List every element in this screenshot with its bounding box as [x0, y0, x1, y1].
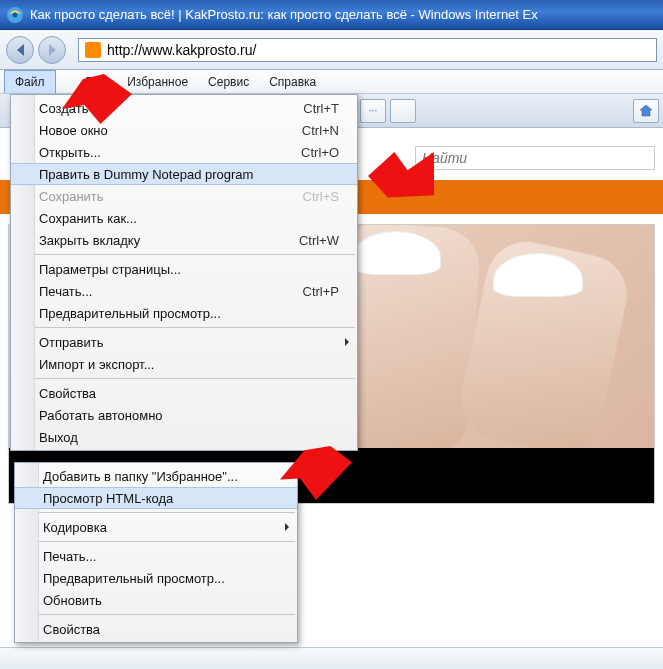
context-menu-separator [17, 512, 295, 513]
back-button[interactable] [6, 36, 34, 64]
file-menu-item[interactable]: Сохранить как... [11, 207, 357, 229]
file-menu-item[interactable]: Отправить [11, 331, 357, 353]
file-menu-dropdown: Создать вкCtrl+TНовое окноCtrl+NОткрыть.… [10, 94, 358, 451]
menu-item-label: Параметры страницы... [39, 262, 181, 277]
menu-item-shortcut: Ctrl+P [303, 284, 339, 299]
file-menu-separator [13, 254, 355, 255]
menu-item-label: Добавить в папку "Избранное"... [43, 469, 238, 484]
menu-file[interactable]: Файл [4, 70, 56, 93]
menu-item-shortcut: Ctrl+N [302, 123, 339, 138]
file-menu-item[interactable]: Открыть...Ctrl+O [11, 141, 357, 163]
menu-item-label: Работать автономно [39, 408, 163, 423]
window-title: Как просто сделать всё! | KakProsto.ru: … [30, 7, 538, 22]
nav-toolbar: http://www.kakprosto.ru/ [0, 30, 663, 70]
file-menu-item[interactable]: Выход [11, 426, 357, 448]
title-bar: Как просто сделать всё! | KakProsto.ru: … [0, 0, 663, 30]
menu-item-label: Сохранить как... [39, 211, 137, 226]
file-menu-item[interactable]: Закрыть вкладкуCtrl+W [11, 229, 357, 251]
menu-item-label: Предварительный просмотр... [43, 571, 225, 586]
menu-item-label: Печать... [39, 284, 92, 299]
file-menu-item[interactable]: Предварительный просмотр... [11, 302, 357, 324]
file-menu-item[interactable]: Печать...Ctrl+P [11, 280, 357, 302]
context-menu-item[interactable]: Просмотр HTML-кода [15, 487, 297, 509]
ie-icon [6, 6, 24, 24]
svg-point-1 [13, 12, 18, 17]
menu-item-shortcut: Ctrl+S [303, 189, 339, 204]
chevron-right-icon [345, 338, 349, 346]
menu-item-label: Править в Dummy Notepad program [39, 167, 253, 182]
menu-item-label: Отправить [39, 335, 103, 350]
menu-item-label: Выход [39, 430, 78, 445]
menu-item-label: Импорт и экспорт... [39, 357, 154, 372]
context-menu-item[interactable]: Обновить [15, 589, 297, 611]
site-icon [85, 42, 101, 58]
file-menu-item[interactable]: Работать автономно [11, 404, 357, 426]
menu-item-shortcut: Ctrl+T [303, 101, 339, 116]
forward-button[interactable] [38, 36, 66, 64]
menu-item-label: Свойства [43, 622, 100, 637]
context-menu-item[interactable]: Печать... [15, 545, 297, 567]
menu-item-label: Открыть... [39, 145, 101, 160]
file-menu-item[interactable]: Параметры страницы... [11, 258, 357, 280]
file-menu-separator [13, 378, 355, 379]
menu-tools[interactable]: Сервис [198, 70, 259, 93]
menu-item-label: Сохранить [39, 189, 104, 204]
menu-item-label: Обновить [43, 593, 102, 608]
blank-tab-button[interactable] [390, 99, 416, 123]
context-menu-item[interactable]: Свойства [15, 618, 297, 640]
file-menu-item[interactable]: Свойства [11, 382, 357, 404]
menu-help[interactable]: Справка [259, 70, 326, 93]
file-menu-item[interactable]: Править в Dummy Notepad program [11, 163, 357, 185]
context-menu-item[interactable]: Кодировка [15, 516, 297, 538]
context-menu-separator [17, 614, 295, 615]
context-menu-item[interactable]: Добавить в папку "Избранное"... [15, 465, 297, 487]
context-menu-item[interactable]: Предварительный просмотр... [15, 567, 297, 589]
menu-item-label: Просмотр HTML-кода [43, 491, 173, 506]
address-url: http://www.kakprosto.ru/ [107, 42, 256, 58]
context-menu: Добавить в папку "Избранное"...Просмотр … [14, 462, 298, 643]
search-input[interactable] [415, 146, 655, 170]
menu-item-label: Предварительный просмотр... [39, 306, 221, 321]
menu-item-shortcut: Ctrl+W [299, 233, 339, 248]
menu-item-label: Закрыть вкладку [39, 233, 140, 248]
menu-item-label: Кодировка [43, 520, 107, 535]
menu-item-label: Печать... [43, 549, 96, 564]
chevron-right-icon [285, 523, 289, 531]
status-bar [0, 647, 663, 669]
home-button[interactable] [633, 99, 659, 123]
context-menu-separator [17, 541, 295, 542]
menu-item-label: Свойства [39, 386, 96, 401]
new-tab-button[interactable]: ··· [360, 99, 386, 123]
menu-item-shortcut: Ctrl+O [301, 145, 339, 160]
file-menu-separator [13, 327, 355, 328]
file-menu-item[interactable]: Импорт и экспорт... [11, 353, 357, 375]
address-bar[interactable]: http://www.kakprosto.ru/ [78, 38, 657, 62]
file-menu-item: СохранитьCtrl+S [11, 185, 357, 207]
